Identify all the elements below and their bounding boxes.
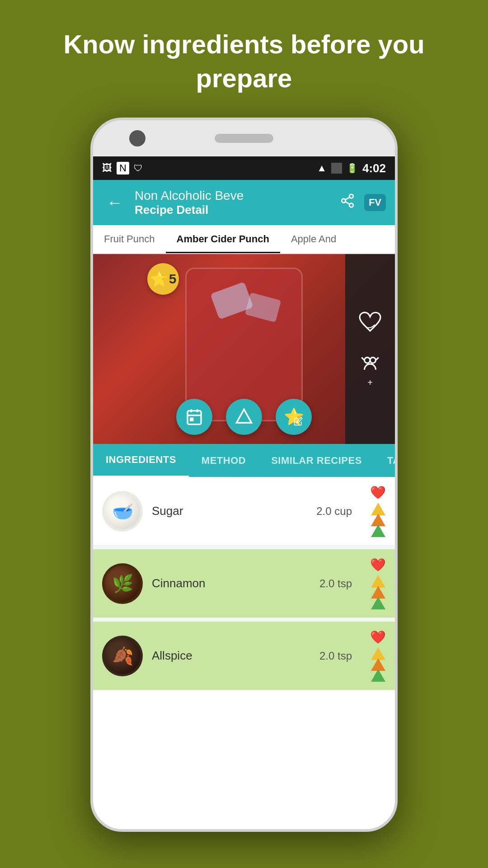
rating-badge: ⭐5 [147,263,179,295]
cinnamon-name: Cinnamon [152,576,310,590]
allspice-name: Allspice [152,649,310,663]
phone-top [93,120,395,156]
tab-fruit-punch[interactable]: Fruit Punch [93,225,166,253]
status-bar: 🖼 N 🛡 ▲ 🔋 4:02 [93,156,395,180]
allspice-amount: 2.0 tsp [319,650,352,662]
cinnamon-triangle-bot [371,597,385,609]
wifi-status-icon: ▲ [317,162,327,174]
sugar-amount: 2.0 cup [316,505,352,518]
app-header: ← Non Alcoholic Beve Recipe Detail FV [93,180,395,225]
sugar-image: 🥣 [102,491,143,532]
cinnamon-amount: 2.0 tsp [319,577,352,590]
back-button[interactable]: ← [102,191,127,214]
header-actions: FV [340,193,386,212]
ice-cube-2 [245,292,282,322]
header-main-title: Non Alcoholic Beve [135,189,333,203]
allspice-image: 🍂 [102,636,143,676]
cinnamon-heart-icon: ❤️ [370,557,386,572]
tab-ingredients[interactable]: INGREDIENTS [93,444,189,477]
battery-status-icon: 🔋 [347,163,358,174]
star-rating: ⭐5 [147,263,179,295]
svg-rect-12 [191,418,193,420]
tab-amber-cider[interactable]: Amber Cider Punch [166,225,280,253]
recipe-tabs: Fruit Punch Amber Cider Punch Apple And [93,225,395,254]
cinnamon-image: 🌿 [102,563,143,604]
content-tabs: INGREDIENTS METHOD SIMILAR RECIPES TA [93,444,395,477]
phone-speaker [215,134,273,143]
sugar-name: Sugar [152,504,307,518]
warning-triangles [371,503,385,537]
ingredient-allspice: 🍂 Allspice 2.0 tsp ❤️ [93,622,395,690]
heart-hand-icon [359,311,381,337]
nav-status-icon: N [117,162,129,175]
calendar-button[interactable] [176,399,212,435]
allspice-warning-triangles [371,647,385,682]
status-right-icons: ▲ 🔋 4:02 [317,161,386,175]
header-sub-title: Recipe Detail [135,203,333,217]
favorite-edit-button[interactable]: ⭐ [276,399,312,435]
allspice-health-icons: ❤️ [370,630,386,682]
tab-apple-and[interactable]: Apple And [280,225,347,253]
svg-line-4 [345,197,350,200]
svg-rect-8 [188,411,201,425]
allspice-triangle-bot [371,669,385,682]
camera-dot [129,130,145,146]
ingredients-list: 🥣 Sugar 2.0 cup ❤️ 🌿 Cinna [93,477,395,690]
tab-similar-recipes[interactable]: SIMILAR RECIPES [258,445,375,476]
shield-status-icon: 🛡 [134,163,143,174]
header-title-area: Non Alcoholic Beve Recipe Detail [135,189,333,217]
tab-ta[interactable]: TA [375,445,395,476]
allspice-heart-icon: ❤️ [370,630,386,645]
svg-point-0 [349,194,353,198]
sugar-health-icons: ❤️ [370,485,386,537]
svg-point-2 [349,203,353,208]
shield-button[interactable]: FV [364,194,386,211]
tab-method[interactable]: METHOD [189,445,258,476]
drink-glass [185,268,303,421]
image-status-icon: 🖼 [102,162,112,174]
svg-marker-13 [236,409,251,423]
mobile-status-icon [331,163,342,174]
hero-actions: ⭐ [176,399,312,435]
pyramid-button[interactable] [226,399,262,435]
phone-screen: 🖼 N 🛡 ▲ 🔋 4:02 ← Non Alcoholic Beve Reci… [93,156,395,829]
ingredient-cinnamon: 🌿 Cinnamon 2.0 tsp ❤️ [93,549,395,618]
svg-point-6 [365,357,371,363]
svg-point-7 [370,357,376,363]
owl-icon: + [359,351,381,388]
share-button[interactable] [340,193,355,212]
ingredient-sugar: 🥣 Sugar 2.0 cup ❤️ [93,477,395,546]
svg-line-3 [345,202,350,204]
right-panel: + [345,254,395,444]
health-heart-icon: ❤️ [370,485,386,500]
phone-mockup: 🖼 N 🛡 ▲ 🔋 4:02 ← Non Alcoholic Beve Reci… [90,118,398,832]
recipe-hero: 🍽 4 0:5 Hr [93,254,395,444]
svg-point-1 [342,199,346,203]
status-left-icons: 🖼 N 🛡 [102,162,143,175]
status-time: 4:02 [362,161,386,175]
triangle-bot [371,524,385,537]
cinnamon-warning-triangles [371,575,385,609]
cinnamon-health-icons: ❤️ [370,557,386,609]
tagline-text: Know ingredients before you prepare [0,0,488,113]
